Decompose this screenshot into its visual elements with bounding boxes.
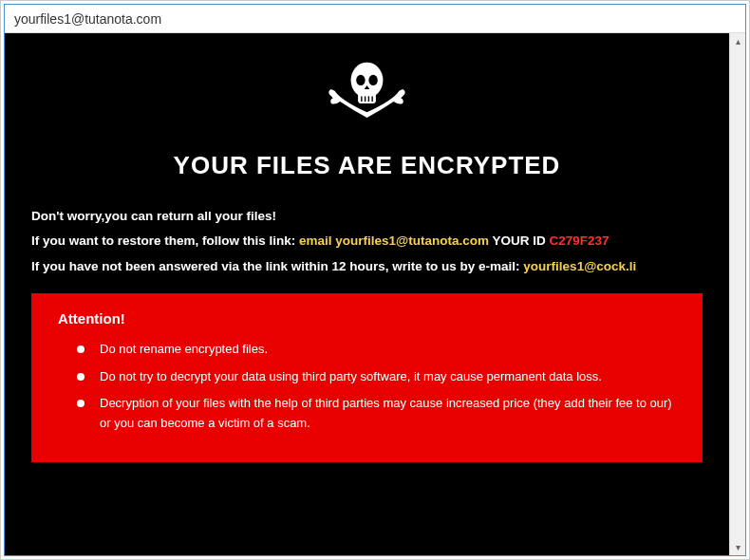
scroll-down-icon[interactable]: ▾ xyxy=(730,539,745,555)
attention-title: Attention! xyxy=(58,310,684,327)
skull-logo xyxy=(31,57,703,137)
skull-crossbones-icon xyxy=(322,57,412,133)
contact-email-2: yourfiles1@cock.li xyxy=(523,259,636,273)
info-line-3: If you have not been answered via the li… xyxy=(31,257,703,276)
ransom-content: YOUR FILES ARE ENCRYPTED Don't worry,you… xyxy=(5,33,729,555)
info-text-2-prefix: If you want to restore them, follow this… xyxy=(31,233,299,248)
info-text-3-prefix: If you have not been answered via the li… xyxy=(31,259,523,273)
attention-item: Do not try to decrypt your data using th… xyxy=(77,367,684,387)
svg-point-0 xyxy=(351,63,384,99)
window-title: yourfiles1@tutanota.com xyxy=(14,11,161,27)
attention-item: Decryption of your files with the help o… xyxy=(77,394,684,434)
scroll-up-icon[interactable]: ▴ xyxy=(730,33,745,49)
contact-email-1: email yourfiles1@tutanota.com xyxy=(299,233,489,248)
svg-rect-1 xyxy=(358,93,376,103)
svg-point-3 xyxy=(368,75,377,85)
attention-box: Attention! Do not rename encrypted files… xyxy=(31,293,703,462)
info-line-2: If you want to restore them, follow this… xyxy=(31,232,703,251)
title-bar[interactable]: yourfiles1@tutanota.com xyxy=(5,5,745,33)
outer-frame: yourfiles1@tutanota.com xyxy=(0,0,750,560)
svg-point-2 xyxy=(356,75,365,85)
app-window: yourfiles1@tutanota.com xyxy=(4,4,746,556)
attention-list: Do not rename encrypted files. Do not tr… xyxy=(58,340,684,434)
info-text-1: Don't worry,you can return all your file… xyxy=(31,209,276,223)
content-wrapper: YOUR FILES ARE ENCRYPTED Don't worry,you… xyxy=(5,33,745,555)
info-line-1: Don't worry,you can return all your file… xyxy=(31,207,703,226)
vertical-scrollbar[interactable]: ▴ ▾ xyxy=(729,33,745,555)
id-label: YOUR ID xyxy=(489,233,550,248)
main-heading: YOUR FILES ARE ENCRYPTED xyxy=(31,151,703,180)
attention-item: Do not rename encrypted files. xyxy=(77,340,684,360)
victim-id: C279F237 xyxy=(550,233,609,248)
